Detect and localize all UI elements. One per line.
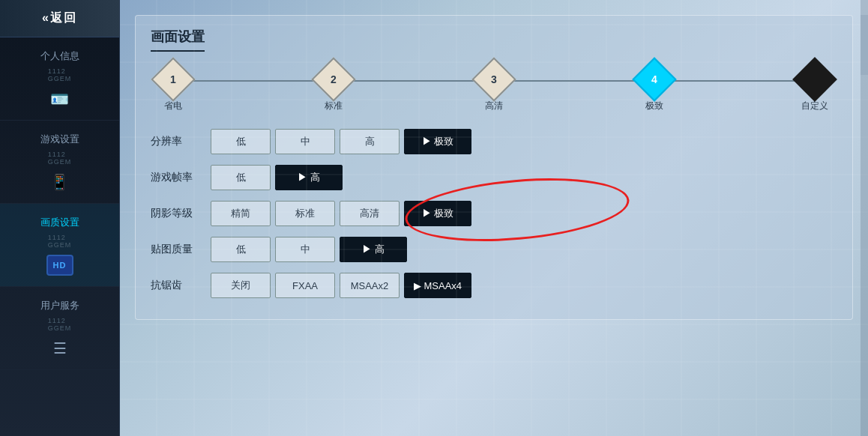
- setting-row-framerate: 游戏帧率 低 ▶ 高: [151, 163, 837, 192]
- sidebar-item-personal[interactable]: 个人信息 1112GGEM 🪪: [0, 37, 119, 121]
- setting-name-texture: 贴图质量: [151, 243, 211, 256]
- preset-save-power[interactable]: 1 省电: [151, 64, 196, 112]
- sidebar-meta-graphics: 1112GGEM: [48, 234, 72, 249]
- sidebar-meta-game: 1112GGEM: [48, 151, 72, 166]
- setting-name-shadow: 阴影等级: [151, 207, 211, 220]
- phone-icon: 📱: [46, 169, 73, 196]
- settings-panel: 画面设置 1 省电 2 标准 3: [135, 15, 853, 320]
- sidebar-meta-personal: 1112GGEM: [48, 67, 72, 82]
- resolution-high[interactable]: 高: [340, 129, 400, 154]
- menu-icon: ☰: [46, 335, 73, 362]
- sidebar-item-graphics-settings[interactable]: 画质设置 1112GGEM HD: [0, 204, 119, 287]
- aa-fxaa[interactable]: FXAA: [275, 273, 335, 298]
- preset-diamond-3: 3: [471, 57, 516, 101]
- aa-msaa4[interactable]: ▶ MSAAx4: [404, 273, 471, 298]
- resolution-extreme[interactable]: ▶ 极致: [404, 129, 471, 154]
- panel-title: 画面设置: [151, 28, 205, 52]
- preset-standard[interactable]: 2 标准: [311, 64, 356, 112]
- shadow-extreme[interactable]: ▶ 极致: [404, 201, 471, 226]
- hd-icon: HD: [46, 252, 73, 279]
- shadow-hd[interactable]: 高清: [340, 201, 400, 226]
- sidebar: «返回 个人信息 1112GGEM 🪪 游戏设置 1112GGEM 📱 画质设置…: [0, 0, 120, 436]
- shadow-standard[interactable]: 标准: [275, 201, 335, 226]
- shadow-simple[interactable]: 精简: [211, 201, 271, 226]
- main-content: 画面设置 1 省电 2 标准 3: [120, 0, 868, 436]
- texture-low[interactable]: 低: [211, 237, 271, 262]
- setting-name-resolution: 分辨率: [151, 135, 211, 148]
- setting-row-texture: 贴图质量 低 中 ▶ 高: [151, 235, 837, 264]
- setting-name-antialiasing: 抗锯齿: [151, 279, 211, 292]
- preset-hd[interactable]: 3 高清: [471, 64, 516, 112]
- sidebar-meta-service: 1112GGEM: [48, 317, 72, 332]
- resolution-low[interactable]: 低: [211, 129, 271, 154]
- texture-mid[interactable]: 中: [275, 237, 335, 262]
- texture-high[interactable]: ▶ 高: [340, 237, 407, 262]
- setting-options-shadow: 精简 标准 高清 ▶ 极致: [211, 201, 471, 226]
- setting-options-resolution: 低 中 高 ▶ 极致: [211, 129, 471, 154]
- preset-row: 1 省电 2 标准 3 高清: [151, 64, 837, 112]
- preset-diamond-4: 4: [632, 57, 676, 101]
- setting-row-resolution: 分辨率 低 中 高 ▶ 极致: [151, 127, 837, 156]
- back-button[interactable]: «返回: [0, 0, 119, 37]
- preset-extreme[interactable]: 4 极致: [632, 64, 677, 112]
- preset-custom[interactable]: 自定义: [792, 64, 837, 112]
- setting-name-framerate: 游戏帧率: [151, 171, 211, 184]
- setting-row-shadow: 阴影等级 精简 标准 高清 ▶ 极致: [151, 199, 837, 228]
- framerate-high[interactable]: ▶ 高: [275, 165, 343, 190]
- person-icon: 🪪: [46, 85, 73, 112]
- framerate-low[interactable]: 低: [211, 165, 271, 190]
- setting-row-antialiasing: 抗锯齿 关闭 FXAA MSAAx2 ▶ MSAAx4: [151, 271, 837, 300]
- preset-diamond-1: 1: [151, 57, 195, 101]
- scrollbar-thumb[interactable]: [861, 15, 868, 75]
- setting-options-antialiasing: 关闭 FXAA MSAAx2 ▶ MSAAx4: [211, 273, 471, 298]
- setting-options-texture: 低 中 ▶ 高: [211, 237, 407, 262]
- sidebar-item-user-service[interactable]: 用户服务 1112GGEM ☰: [0, 287, 119, 370]
- scrollbar-track[interactable]: [861, 0, 868, 436]
- preset-diamond-2: 2: [311, 57, 355, 101]
- aa-off[interactable]: 关闭: [211, 273, 271, 298]
- aa-msaa2[interactable]: MSAAx2: [340, 273, 400, 298]
- sidebar-item-game-settings[interactable]: 游戏设置 1112GGEM 📱: [0, 121, 119, 204]
- resolution-mid[interactable]: 中: [275, 129, 335, 154]
- preset-items: 1 省电 2 标准 3 高清: [151, 64, 837, 112]
- preset-diamond-custom: [792, 57, 837, 101]
- setting-options-framerate: 低 ▶ 高: [211, 165, 343, 190]
